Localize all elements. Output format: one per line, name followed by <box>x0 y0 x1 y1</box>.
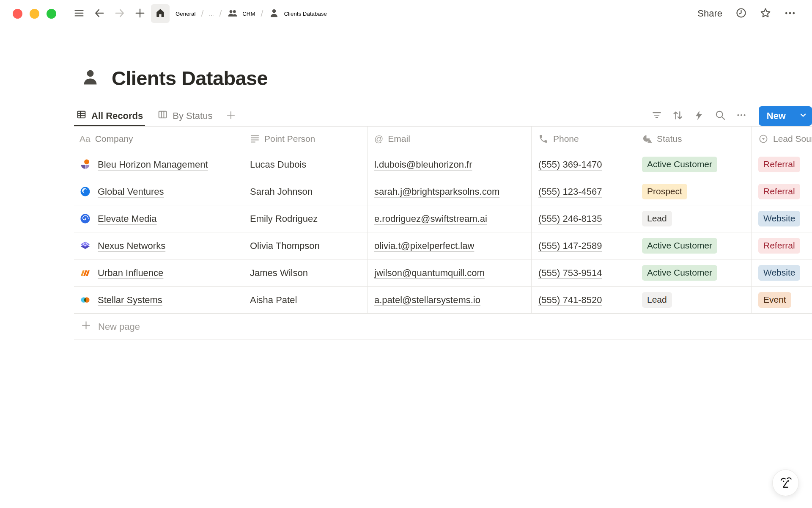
status-cell[interactable]: Lead <box>635 205 752 232</box>
company-name-link[interactable]: Bleu Horizon Management <box>98 159 208 170</box>
notion-ai-button[interactable] <box>772 469 799 496</box>
point-person-cell[interactable]: James Wilson <box>243 260 368 286</box>
phone-cell[interactable]: (555) 741-8520 <box>532 287 635 313</box>
sort-button[interactable] <box>669 107 687 125</box>
view-options-button[interactable] <box>732 107 750 125</box>
company-name-link[interactable]: Global Ventures <box>98 186 164 197</box>
new-page-button[interactable]: New page <box>74 314 812 340</box>
view-toolbar: New <box>648 106 812 126</box>
ai-face-icon <box>778 474 794 491</box>
breadcrumb-crm[interactable]: CRM <box>227 8 255 20</box>
breadcrumb-general[interactable]: General <box>176 11 195 17</box>
column-header-status[interactable]: Status <box>635 127 752 151</box>
phone-link[interactable]: (555) 753-9514 <box>538 268 602 279</box>
column-header-email[interactable]: @Email <box>368 127 532 151</box>
phone-cell[interactable]: (555) 123-4567 <box>532 178 635 205</box>
phone-cell[interactable]: (555) 753-9514 <box>532 260 635 286</box>
email-link[interactable]: jwilson@quantumquill.com <box>374 268 485 279</box>
zoom-window-button[interactable] <box>47 9 56 19</box>
new-record-dropdown-button[interactable] <box>794 106 812 126</box>
home-button[interactable] <box>151 4 170 23</box>
lead-source-cell[interactable]: Referral <box>752 151 812 178</box>
lead-source-badge: Referral <box>758 157 800 172</box>
phone-link[interactable]: (555) 741-8520 <box>538 295 602 306</box>
point-person-cell[interactable]: Aisha Patel <box>243 287 368 313</box>
company-cell[interactable]: Global Ventures <box>74 178 243 205</box>
column-header-company[interactable]: AaCompany <box>74 127 243 151</box>
status-cell[interactable]: Active Customer <box>635 151 752 178</box>
topbar-actions: Share <box>697 4 812 23</box>
lead-source-badge: Referral <box>758 184 800 199</box>
close-window-button[interactable] <box>13 9 22 19</box>
page-title[interactable]: Clients Database <box>112 66 268 90</box>
tab-by-status[interactable]: By Status <box>155 105 214 126</box>
point-person-cell[interactable]: Emily Rodriguez <box>243 205 368 232</box>
email-link[interactable]: sarah.j@brightsparksolns.com <box>374 186 499 197</box>
column-header-phone[interactable]: Phone <box>532 127 635 151</box>
phone-cell[interactable]: (555) 369-1470 <box>532 151 635 178</box>
point-person-cell[interactable]: Olivia Thompson <box>243 232 368 259</box>
column-header-label: Company <box>95 134 133 144</box>
text-lines-icon <box>250 134 260 144</box>
breadcrumb-ellipsis[interactable]: ... <box>209 11 214 17</box>
status-cell[interactable]: Prospect <box>635 178 752 205</box>
back-button[interactable] <box>90 4 109 23</box>
table-header-row: AaCompanyPoint Person@EmailPhoneStatusLe… <box>74 127 812 151</box>
point-person-cell[interactable]: Lucas Dubois <box>243 151 368 178</box>
email-cell[interactable]: sarah.j@brightsparksolns.com <box>368 178 532 205</box>
favorite-button[interactable] <box>756 4 775 23</box>
status-cell[interactable]: Active Customer <box>635 232 752 259</box>
column-header-person[interactable]: Point Person <box>243 127 368 151</box>
point-person-cell[interactable]: Sarah Johnson <box>243 178 368 205</box>
email-link[interactable]: olivia.t@pixelperfect.law <box>374 240 474 251</box>
company-name-link[interactable]: Stellar Systems <box>98 295 162 306</box>
lead-source-cell[interactable]: Website <box>752 260 812 286</box>
filter-button[interactable] <box>648 107 666 125</box>
phone-link[interactable]: (555) 123-4567 <box>538 186 602 197</box>
email-link[interactable]: a.patel@stellarsystems.io <box>374 295 480 306</box>
new-record-button[interactable]: New <box>759 106 794 126</box>
phone-cell[interactable]: (555) 246-8135 <box>532 205 635 232</box>
search-button[interactable] <box>711 107 729 125</box>
column-header-lead[interactable]: Lead Source <box>752 127 812 151</box>
more-options-button[interactable] <box>781 4 799 23</box>
email-cell[interactable]: olivia.t@pixelperfect.law <box>368 232 532 259</box>
forward-button[interactable] <box>110 4 129 23</box>
email-cell[interactable]: e.rodriguez@swiftstream.ai <box>368 205 532 232</box>
email-link[interactable]: l.dubois@bleuhorizon.fr <box>374 159 472 170</box>
company-cell[interactable]: Stellar Systems <box>74 287 243 313</box>
phone-cell[interactable]: (555) 147-2589 <box>532 232 635 259</box>
updates-button[interactable] <box>732 4 750 23</box>
text-format-icon: Aa <box>80 134 91 144</box>
email-link[interactable]: e.rodriguez@swiftstream.ai <box>374 213 487 224</box>
sidebar-toggle-button[interactable] <box>70 4 88 23</box>
company-cell[interactable]: Bleu Horizon Management <box>74 151 243 178</box>
breadcrumb-clients-database[interactable]: Clients Database <box>269 8 327 20</box>
share-button[interactable]: Share <box>697 8 722 19</box>
company-cell[interactable]: Elevate Media <box>74 205 243 232</box>
company-name-link[interactable]: Nexus Networks <box>98 240 165 251</box>
status-cell[interactable]: Active Customer <box>635 260 752 286</box>
lead-source-cell[interactable]: Website <box>752 205 812 232</box>
minimize-window-button[interactable] <box>30 9 39 19</box>
tab-all-records[interactable]: All Records <box>74 105 145 126</box>
company-name-link[interactable]: Urban Influence <box>98 268 163 279</box>
window-topbar: General / ... / CRM / Clients Database S… <box>0 0 812 27</box>
lead-source-cell[interactable]: Referral <box>752 232 812 259</box>
email-cell[interactable]: a.patel@stellarsystems.io <box>368 287 532 313</box>
lead-source-cell[interactable]: Referral <box>752 178 812 205</box>
phone-link[interactable]: (555) 147-2589 <box>538 240 602 251</box>
plus-icon <box>225 110 236 122</box>
email-cell[interactable]: jwilson@quantumquill.com <box>368 260 532 286</box>
lead-source-cell[interactable]: Event <box>752 287 812 313</box>
automations-button[interactable] <box>690 107 708 125</box>
add-view-button[interactable] <box>225 110 236 122</box>
phone-link[interactable]: (555) 369-1470 <box>538 159 602 170</box>
new-tab-button[interactable] <box>131 4 149 23</box>
company-cell[interactable]: Nexus Networks <box>74 232 243 259</box>
email-cell[interactable]: l.dubois@bleuhorizon.fr <box>368 151 532 178</box>
phone-link[interactable]: (555) 246-8135 <box>538 213 602 224</box>
company-cell[interactable]: Urban Influence <box>74 260 243 286</box>
company-name-link[interactable]: Elevate Media <box>98 213 156 224</box>
status-cell[interactable]: Lead <box>635 287 752 313</box>
